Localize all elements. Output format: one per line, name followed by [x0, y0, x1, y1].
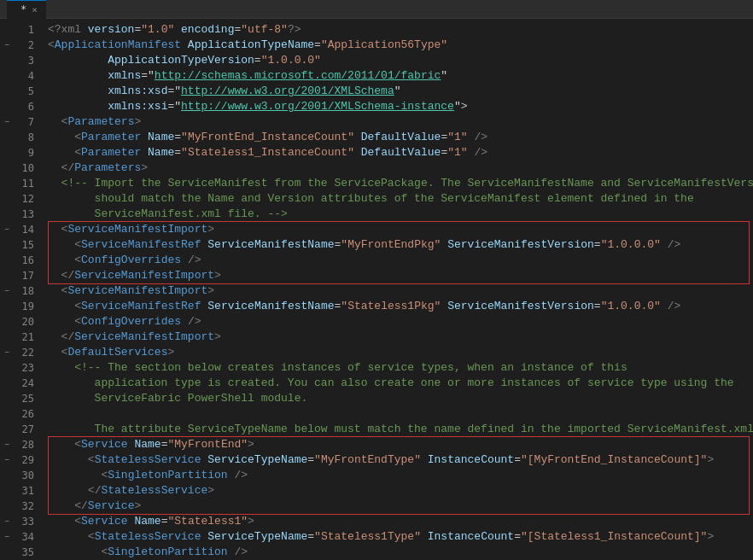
fold-cell: [0, 207, 14, 222]
fold-cell: [0, 68, 14, 84]
line-number: 24: [14, 376, 41, 391]
line-number: 18: [14, 283, 41, 299]
code-line: <SingletonPartition />: [48, 468, 753, 483]
line-number: 2: [14, 38, 41, 53]
fold-cell: [0, 253, 14, 268]
fold-cell[interactable]: −: [0, 514, 14, 529]
code-line: should match the Name and Version attrib…: [48, 191, 753, 207]
tab[interactable]: * ×: [7, 0, 46, 19]
code-line: </Parameters>: [48, 160, 753, 176]
code-line: application type is created. You can als…: [48, 376, 753, 391]
code-line: </ServiceManifestImport>: [48, 330, 753, 345]
line-number: 34: [14, 529, 41, 545]
code-line: <ServiceManifestImport>: [48, 222, 753, 237]
code-line: <!-- The section below creates instances…: [48, 360, 753, 376]
editor: −−−−−−−−− 123456789101112131415161718192…: [0, 19, 753, 560]
line-number: 28: [14, 437, 41, 452]
tab-close-button[interactable]: ×: [32, 4, 38, 15]
line-number: 20: [14, 314, 41, 330]
code-line: ServiceFabric PowerShell module.: [48, 391, 753, 406]
fold-cell: [0, 422, 14, 437]
code-line: [48, 406, 753, 422]
code-line: <Parameter Name="MyFrontEnd_InstanceCoun…: [48, 130, 753, 145]
code-line: xmlns="http://schemas.microsoft.com/2011…: [48, 68, 753, 84]
code-line: </ServiceManifestImport>: [48, 268, 753, 283]
line-number: 33: [14, 514, 41, 529]
code-line: <ApplicationManifest ApplicationTypeName…: [48, 38, 753, 53]
line-number: 9: [14, 145, 41, 160]
fold-cell[interactable]: −: [0, 452, 14, 468]
line-number: 4: [14, 68, 41, 84]
code-line: </Service>: [48, 499, 753, 514]
line-number: 5: [14, 84, 41, 99]
line-number: 19: [14, 299, 41, 314]
code-line: <Service Name="MyFrontEnd">: [48, 437, 753, 452]
line-number: 29: [14, 452, 41, 468]
fold-cell: [0, 84, 14, 99]
fold-cell: [0, 360, 14, 376]
code-line: <DefaultServices>: [48, 345, 753, 360]
fold-cell: [0, 176, 14, 191]
fold-cell: [0, 160, 14, 176]
code-line: <Service Name="Stateless1">: [48, 514, 753, 529]
line-number: 16: [14, 253, 41, 268]
window: * × −−−−−−−−− 12345678910111213141516171…: [0, 0, 753, 560]
fold-cell[interactable]: −: [0, 345, 14, 360]
code-line: <StatelessService ServiceTypeName="State…: [48, 529, 753, 545]
code-line: <Parameter Name="Stateless1_InstanceCoun…: [48, 145, 753, 160]
fold-cell: [0, 237, 14, 253]
line-number: 22: [14, 345, 41, 360]
code-line: <ConfigOverrides />: [48, 253, 753, 268]
fold-cell: [0, 145, 14, 160]
fold-cell[interactable]: −: [0, 114, 14, 130]
fold-cell: [0, 406, 14, 422]
code-line: <ConfigOverrides />: [48, 314, 753, 330]
fold-cell[interactable]: −: [0, 529, 14, 545]
fold-cell[interactable]: −: [0, 283, 14, 299]
code-line: xmlns:xsi="http://www.w3.org/2001/XMLSch…: [48, 99, 753, 114]
line-numbers: 1234567891011121314151617181920212223242…: [14, 19, 41, 560]
fold-cell: [0, 22, 14, 38]
code-line: <?xml version="1.0" encoding="utf-8"?>: [48, 22, 753, 38]
line-number: 35: [14, 545, 41, 560]
line-number: 8: [14, 130, 41, 145]
line-number: 31: [14, 483, 41, 499]
fold-cell: [0, 545, 14, 560]
fold-cell: [0, 130, 14, 145]
code-line: xmlns:xsd="http://www.w3.org/2001/XMLSch…: [48, 84, 753, 99]
fold-cell[interactable]: −: [0, 38, 14, 53]
fold-cell: [0, 314, 14, 330]
fold-cell[interactable]: −: [0, 437, 14, 452]
line-number: 3: [14, 53, 41, 68]
fold-cell: [0, 53, 14, 68]
fold-cell: [0, 330, 14, 345]
fold-cell[interactable]: −: [0, 222, 14, 237]
code-line: <!-- Import the ServiceManifest from the…: [48, 176, 753, 191]
fold-cell: [0, 191, 14, 207]
fold-cell: [0, 391, 14, 406]
code-line: </StatelessService>: [48, 483, 753, 499]
fold-cell: [0, 299, 14, 314]
line-number: 12: [14, 191, 41, 207]
code-line: <ServiceManifestImport>: [48, 283, 753, 299]
line-number: 7: [14, 114, 41, 130]
line-number: 13: [14, 207, 41, 222]
fold-cell: [0, 99, 14, 114]
line-number: 14: [14, 222, 41, 237]
fold-cell: [0, 468, 14, 483]
code-area[interactable]: <?xml version="1.0" encoding="utf-8"?><A…: [41, 19, 753, 560]
line-number: 21: [14, 330, 41, 345]
code-line: <StatelessService ServiceTypeName="MyFro…: [48, 452, 753, 468]
line-number: 32: [14, 499, 41, 514]
code-line: <Parameters>: [48, 114, 753, 130]
fold-cell: [0, 483, 14, 499]
code-line: <ServiceManifestRef ServiceManifestName=…: [48, 299, 753, 314]
line-number: 25: [14, 391, 41, 406]
title-bar: * ×: [0, 0, 753, 19]
line-number: 30: [14, 468, 41, 483]
line-number: 15: [14, 237, 41, 253]
line-number: 17: [14, 268, 41, 283]
code-line: ApplicationTypeVersion="1.0.0.0": [48, 53, 753, 68]
fold-cell: [0, 376, 14, 391]
code-line: <ServiceManifestRef ServiceManifestName=…: [48, 237, 753, 253]
